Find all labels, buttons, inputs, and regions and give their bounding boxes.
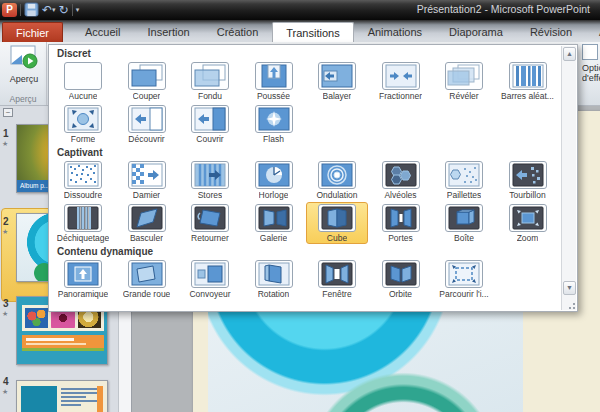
tab-transitions[interactable]: Transitions bbox=[272, 22, 353, 42]
split-transition-icon bbox=[382, 62, 420, 90]
transition-item-shred[interactable]: Déchiquetage bbox=[52, 202, 114, 244]
gallery-scrollbar[interactable]: ▲ ▼ bbox=[561, 46, 576, 310]
transition-item-label: Convoyeur bbox=[189, 289, 230, 299]
transition-item-uncover[interactable]: Découvrir bbox=[116, 103, 178, 145]
tab-insertion[interactable]: Insertion bbox=[134, 22, 202, 42]
transition-item-cube[interactable]: Cube bbox=[306, 202, 368, 244]
transition-star-icon: ★ bbox=[2, 310, 8, 318]
gallery-section-header: Captivant bbox=[52, 146, 561, 159]
collapse-panel-icon[interactable]: – bbox=[3, 108, 13, 117]
transition-item-window[interactable]: Fenêtre bbox=[306, 258, 368, 300]
transition-item-label: Panoramique bbox=[58, 289, 109, 299]
transition-item-shape[interactable]: Forme bbox=[52, 103, 114, 145]
transition-item-ferris[interactable]: Grande roue bbox=[116, 258, 178, 300]
ripple-transition-icon bbox=[318, 161, 356, 189]
divider bbox=[20, 4, 21, 16]
transition-item-fly[interactable]: Parcourir l'i... bbox=[433, 258, 495, 300]
transition-item-pan[interactable]: Panoramique bbox=[52, 258, 114, 300]
transitions-gallery-popup: DiscretAucuneCouperFonduPousséeBalayerFr… bbox=[48, 44, 578, 312]
customize-quick-access-icon[interactable]: ▾ bbox=[76, 2, 80, 17]
powerpoint-logo-icon[interactable]: P bbox=[2, 2, 17, 17]
transition-item-label: Zoom bbox=[517, 233, 539, 243]
transition-star-icon: ★ bbox=[2, 388, 8, 396]
transition-item-cut[interactable]: Couper bbox=[116, 60, 178, 102]
transition-item-label: Boîte bbox=[454, 233, 474, 243]
transition-item-zoom[interactable]: Zoom bbox=[497, 202, 559, 244]
transition-star-icon: ★ bbox=[2, 140, 8, 148]
transition-item-label: Découvrir bbox=[128, 134, 164, 144]
transition-item-label: Retourner bbox=[191, 233, 229, 243]
gallery-section-header: Discret bbox=[52, 47, 561, 60]
scroll-up-icon[interactable]: ▲ bbox=[563, 47, 576, 61]
effect-options-icon bbox=[582, 44, 598, 60]
transition-item-tipover[interactable]: Basculer bbox=[116, 202, 178, 244]
transition-item-cover[interactable]: Couvrir bbox=[179, 103, 241, 145]
flash-transition-icon bbox=[255, 105, 293, 133]
transition-item-push[interactable]: Poussée bbox=[243, 60, 305, 102]
cube-transition-icon bbox=[318, 204, 356, 232]
transition-item-conveyor[interactable]: Convoyeur bbox=[179, 258, 241, 300]
tab-diaporama[interactable]: Diaporama bbox=[436, 22, 516, 42]
scroll-down-icon[interactable]: ▼ bbox=[563, 281, 576, 295]
tab-affichage[interactable]: Affichage bbox=[586, 22, 600, 42]
transition-item-orbit[interactable]: Orbite bbox=[370, 258, 432, 300]
transition-item-label: Damier bbox=[133, 190, 160, 200]
undo-icon[interactable]: ↶▾ bbox=[42, 2, 56, 17]
gallery-resize-grip[interactable] bbox=[564, 298, 577, 311]
transition-item-label: Alvéoles bbox=[384, 190, 416, 200]
transition-item-label: Portes bbox=[388, 233, 413, 243]
save-icon[interactable] bbox=[24, 2, 39, 17]
transition-item-label: Flash bbox=[263, 134, 284, 144]
transition-item-split[interactable]: Fractionner bbox=[370, 60, 432, 102]
transition-item-label: Ondulation bbox=[316, 190, 357, 200]
gallery-transition-icon bbox=[255, 204, 293, 232]
transition-item-label: Rotation bbox=[258, 289, 290, 299]
transition-item-blinds[interactable]: Stores bbox=[179, 159, 241, 201]
slide-thumbnail-4[interactable] bbox=[16, 380, 108, 412]
transition-item-gallery[interactable]: Galerie bbox=[243, 202, 305, 244]
transition-item-reveal[interactable]: Révéler bbox=[433, 60, 495, 102]
transition-item-fade[interactable]: Fondu bbox=[179, 60, 241, 102]
cut-transition-icon bbox=[128, 62, 166, 90]
slide-number: 2 bbox=[3, 216, 9, 227]
transition-item-clock[interactable]: Horloge bbox=[243, 159, 305, 201]
orbit-transition-icon bbox=[382, 260, 420, 288]
slide-number: 4 bbox=[3, 376, 9, 387]
preview-group-label: Aperçu bbox=[0, 94, 46, 104]
transition-item-label: Couvrir bbox=[196, 134, 223, 144]
transition-item-label: Fenêtre bbox=[322, 289, 351, 299]
transition-item-flipback[interactable]: Retourner bbox=[179, 202, 241, 244]
transition-item-rotate[interactable]: Rotation bbox=[243, 258, 305, 300]
honeycomb-transition-icon bbox=[382, 161, 420, 189]
effect-options-button[interactable]: Optionsd'effet bbox=[582, 44, 600, 83]
preview-button[interactable]: Aperçu bbox=[6, 45, 42, 87]
transition-item-bars[interactable]: Barres aléat... bbox=[497, 60, 559, 102]
redo-icon[interactable]: ↻ bbox=[59, 2, 69, 17]
transition-item-box[interactable]: Boîte bbox=[433, 202, 495, 244]
transition-item-glitter[interactable]: Paillettes bbox=[433, 159, 495, 201]
gallery-section-header: Contenu dynamique bbox=[52, 245, 561, 258]
tab-fichier[interactable]: Fichier bbox=[2, 22, 63, 42]
transition-item-doors[interactable]: Portes bbox=[370, 202, 432, 244]
transition-item-dissolve[interactable]: Dissoudre bbox=[52, 159, 114, 201]
transition-item-checker[interactable]: Damier bbox=[116, 159, 178, 201]
tab-création[interactable]: Création bbox=[204, 22, 272, 42]
transition-item-none[interactable]: Aucune bbox=[52, 60, 114, 102]
preview-group: Aperçu Aperçu bbox=[0, 42, 47, 105]
transition-item-flash[interactable]: Flash bbox=[243, 103, 305, 145]
cover-transition-icon bbox=[191, 105, 229, 133]
tab-accueil[interactable]: Accueil bbox=[72, 22, 133, 42]
push-transition-icon bbox=[255, 62, 293, 90]
fade-transition-icon bbox=[191, 62, 229, 90]
tab-révision[interactable]: Révision bbox=[517, 22, 585, 42]
transition-item-honeycomb[interactable]: Alvéoles bbox=[370, 159, 432, 201]
transition-item-label: Stores bbox=[198, 190, 223, 200]
transition-item-ripple[interactable]: Ondulation bbox=[306, 159, 368, 201]
zoom-transition-icon bbox=[509, 204, 547, 232]
pan-transition-icon bbox=[64, 260, 102, 288]
transition-item-wipe[interactable]: Balayer bbox=[306, 60, 368, 102]
tab-animations[interactable]: Animations bbox=[355, 22, 435, 42]
transition-star-icon: ★ bbox=[2, 228, 8, 236]
transition-item-label: Tourbillon bbox=[509, 190, 545, 200]
transition-item-vortex[interactable]: Tourbillon bbox=[497, 159, 559, 201]
